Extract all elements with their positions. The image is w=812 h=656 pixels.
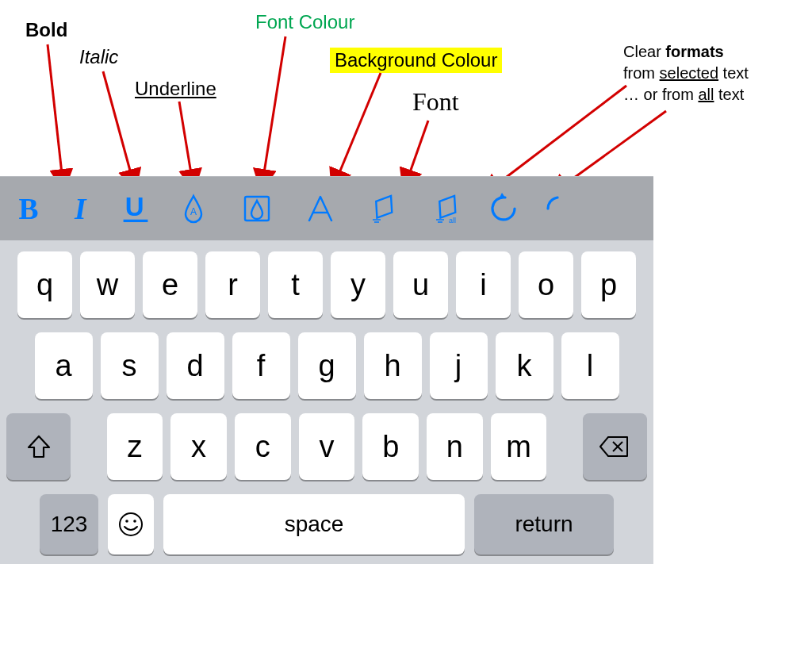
annotation-clear-text: Clear (623, 43, 665, 60)
key-l[interactable]: l (561, 332, 619, 399)
return-key[interactable]: return (474, 494, 614, 554)
redo-icon (540, 191, 575, 226)
eraser-all-icon: all (430, 191, 465, 226)
svg-line-1 (103, 71, 135, 188)
annotation-background-colour: Background Colour (330, 48, 502, 73)
annotation-font-colour: Font Colour (255, 11, 354, 33)
svg-line-3 (262, 36, 285, 188)
key-x[interactable]: x (170, 413, 227, 480)
svg-text:B: B (19, 193, 39, 225)
key-q[interactable]: q (17, 251, 72, 318)
key-row-3: z x c v b n m (6, 413, 647, 480)
annotation-italic: Italic (79, 46, 118, 68)
svg-point-18 (120, 513, 142, 535)
svg-line-0 (48, 44, 63, 188)
key-i[interactable]: i (456, 251, 511, 318)
keyboard-keys: q w e r t y u i o p a s d f g h j k l (0, 240, 653, 564)
annotation-font: Font (412, 87, 459, 117)
key-h[interactable]: h (364, 332, 422, 399)
svg-text:A: A (190, 206, 197, 217)
key-n[interactable]: n (427, 413, 483, 480)
key-b[interactable]: b (362, 413, 419, 480)
redo-button[interactable] (534, 183, 580, 234)
key-k[interactable]: k (496, 332, 553, 399)
annotation-clear-bold: formats (665, 43, 723, 60)
key-m[interactable]: m (491, 413, 547, 480)
key-t[interactable]: t (268, 251, 323, 318)
format-toolbar: B I U A (0, 177, 653, 240)
key-c[interactable]: c (235, 413, 291, 480)
key-j[interactable]: j (430, 332, 488, 399)
key-o[interactable]: o (519, 251, 573, 318)
bold-icon: B (13, 191, 48, 226)
clear-format-selected-button[interactable] (355, 183, 412, 234)
background-colour-icon (239, 191, 274, 226)
svg-point-19 (125, 520, 128, 523)
key-row-2: a s d f g h j k l (6, 332, 647, 399)
svg-text:U: U (125, 192, 144, 221)
backspace-key[interactable] (583, 413, 647, 480)
underline-icon: U (118, 191, 153, 226)
undo-icon (488, 191, 523, 226)
svg-line-4 (333, 73, 381, 188)
annotation-clear-text: text (718, 64, 749, 82)
key-f[interactable]: f (232, 332, 290, 399)
svg-line-2 (179, 102, 193, 188)
font-icon (303, 191, 338, 226)
annotation-clear-formats: Clear formats from selected text … or fr… (623, 41, 749, 105)
key-z[interactable]: z (107, 413, 163, 480)
annotation-clear-selected: selected (660, 64, 719, 82)
annotation-underline: Underline (135, 78, 216, 100)
bold-button[interactable]: B (8, 183, 54, 234)
clear-format-all-button[interactable]: all (419, 183, 476, 234)
key-row-4: 123 space return (6, 494, 647, 554)
key-s[interactable]: s (101, 332, 159, 399)
keyboard-region: B I U A (0, 176, 653, 564)
emoji-key[interactable] (108, 494, 154, 554)
svg-point-20 (133, 520, 136, 523)
numbers-key[interactable]: 123 (40, 494, 98, 554)
svg-text:I: I (74, 193, 87, 225)
key-d[interactable]: d (167, 332, 224, 399)
annotation-clear-all: all (698, 86, 714, 103)
annotation-clear-text: from (623, 64, 660, 82)
key-row-1: q w e r t y u i o p (6, 251, 647, 318)
background-colour-button[interactable] (228, 183, 285, 234)
annotation-bold: Bold (25, 19, 67, 41)
key-w[interactable]: w (80, 251, 135, 318)
key-a[interactable]: a (35, 332, 93, 399)
font-button[interactable] (292, 183, 349, 234)
key-r[interactable]: r (205, 251, 260, 318)
key-e[interactable]: e (143, 251, 197, 318)
backspace-icon (599, 435, 630, 458)
undo-button[interactable] (482, 183, 528, 234)
key-p[interactable]: p (581, 251, 636, 318)
key-g[interactable]: g (298, 332, 356, 399)
svg-text:all: all (449, 217, 456, 224)
annotation-clear-text: text (714, 86, 744, 103)
key-u[interactable]: u (393, 251, 448, 318)
eraser-icon (366, 191, 401, 226)
shift-icon (25, 433, 52, 460)
font-colour-button[interactable]: A (165, 183, 222, 234)
key-v[interactable]: v (299, 413, 355, 480)
shift-key[interactable] (6, 413, 71, 480)
italic-button[interactable]: I (60, 183, 106, 234)
font-colour-icon: A (176, 191, 211, 226)
underline-button[interactable]: U (113, 183, 159, 234)
italic-icon: I (66, 191, 101, 226)
key-y[interactable]: y (331, 251, 385, 318)
emoji-icon (117, 511, 144, 538)
space-key[interactable]: space (163, 494, 465, 554)
annotation-clear-text: … or from (623, 86, 698, 103)
